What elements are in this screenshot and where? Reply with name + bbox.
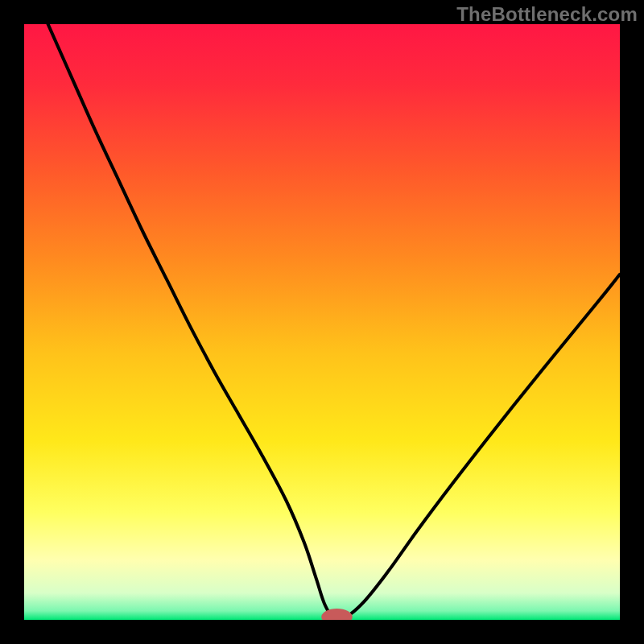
gradient-background (24, 24, 620, 620)
watermark-text: TheBottleneck.com (456, 3, 638, 26)
chart-frame: TheBottleneck.com (0, 0, 644, 644)
bottleneck-chart (24, 24, 620, 620)
plot-area (24, 24, 620, 620)
